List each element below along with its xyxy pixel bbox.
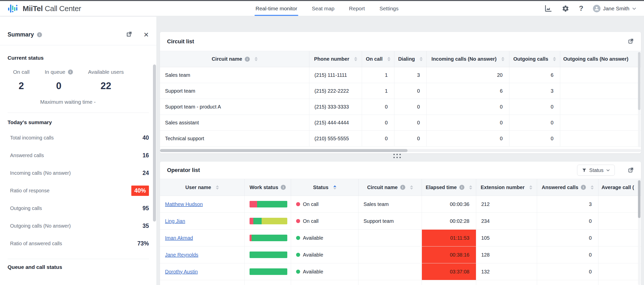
status-text: Available bbox=[303, 252, 323, 258]
summary-row-label: Outgoing calls (No answer) bbox=[10, 223, 71, 229]
outgoing-cell: 0 bbox=[509, 131, 560, 147]
extension-number-cell: 234 bbox=[476, 213, 537, 230]
summary-row-incoming-calls-no-answer: Incoming calls (No answer)24 bbox=[8, 164, 149, 182]
summary-row-outgoing-calls: Outgoing calls95 bbox=[8, 199, 149, 217]
info-icon[interactable]: i bbox=[400, 185, 405, 190]
table-row: Sales team(215) 111-111113206 bbox=[160, 67, 641, 83]
col-header-extension-number[interactable]: Extension number bbox=[476, 179, 537, 196]
user-name-cell: Dorothy Austin bbox=[160, 263, 245, 280]
answered-calls-cell: 0 bbox=[537, 213, 598, 230]
circuit-horizontal-scrollbar[interactable] bbox=[160, 149, 641, 152]
help-icon[interactable]: ? bbox=[579, 4, 583, 13]
divider bbox=[8, 259, 149, 259]
user-link[interactable]: Dorothy Austin bbox=[165, 269, 198, 275]
col-header-phone-number[interactable]: Phone number bbox=[309, 51, 362, 67]
col-header-label: Extension number bbox=[481, 185, 525, 190]
user-menu[interactable]: Jane Smith bbox=[593, 5, 636, 12]
col-header-work-status[interactable]: Work statusi bbox=[245, 179, 291, 196]
user-link[interactable]: Ling Jian bbox=[165, 218, 185, 224]
status-filter-button[interactable]: Status bbox=[577, 165, 615, 176]
extension-number-cell: 128 bbox=[476, 246, 537, 263]
work-status-bar bbox=[250, 201, 287, 207]
table-row: Technical support(210) 555-55550000 bbox=[160, 131, 641, 147]
col-header-dialing[interactable]: Dialing bbox=[394, 51, 427, 67]
col-header-status[interactable]: Status bbox=[291, 179, 358, 196]
chevron-down-icon bbox=[632, 6, 636, 11]
circuit-vertical-scrollbar[interactable] bbox=[638, 52, 640, 147]
info-icon[interactable]: i bbox=[68, 69, 73, 75]
status-dot-red bbox=[296, 219, 300, 223]
sort-icon bbox=[469, 185, 472, 190]
circuit-name-cell: Sales assistant bbox=[160, 115, 309, 131]
sidebar-scrollbar[interactable] bbox=[153, 64, 156, 222]
sort-icon bbox=[255, 57, 258, 61]
user-link[interactable]: Jane Reynolds bbox=[165, 252, 198, 258]
col-header-label: Incoming calls (No answer) bbox=[431, 56, 497, 62]
scrollbar-thumb[interactable] bbox=[638, 180, 640, 218]
metric-label: In queuei bbox=[45, 69, 73, 75]
metric-label: On call bbox=[13, 69, 29, 75]
info-icon[interactable]: i bbox=[581, 185, 586, 190]
tab-report[interactable]: Report bbox=[349, 1, 365, 16]
settings-gear-icon[interactable] bbox=[562, 5, 569, 12]
scrollbar-thumb[interactable] bbox=[638, 52, 640, 110]
max-waiting-time: Maximum waiting time - bbox=[8, 99, 128, 105]
on-call-cell: 1 bbox=[362, 83, 394, 99]
open-in-new-icon[interactable] bbox=[627, 167, 634, 174]
col-header-outgoing-calls[interactable]: Outgoing calls bbox=[509, 51, 560, 67]
current-status-heading: Current status bbox=[8, 55, 149, 61]
info-icon[interactable]: i bbox=[245, 57, 250, 62]
summary-row-value: 24 bbox=[142, 170, 149, 176]
dialing-cell: 3 bbox=[394, 67, 427, 83]
summary-row-label: Ratio of answered calls bbox=[10, 241, 62, 246]
col-header-incoming-calls-no-answer[interactable]: Incoming calls (No answer) bbox=[427, 51, 509, 67]
status-cell: On call bbox=[291, 213, 358, 230]
col-header-average-call[interactable]: Average call ( bbox=[598, 179, 641, 196]
info-icon[interactable]: i bbox=[459, 185, 464, 190]
col-header-user-name[interactable]: User name bbox=[160, 179, 245, 196]
close-icon[interactable]: ✕ bbox=[143, 31, 149, 38]
metric-in-queue: In queuei0 bbox=[45, 69, 73, 91]
today-summary-heading: Today's summary bbox=[8, 119, 149, 125]
work-status-cell bbox=[245, 246, 291, 263]
work-status-bar bbox=[250, 235, 287, 241]
col-header-outgoing-calls-no-answer[interactable]: Outgoing calls (No answer) bbox=[560, 51, 641, 67]
info-icon[interactable]: i bbox=[281, 185, 286, 190]
metric-label-text: On call bbox=[13, 69, 29, 75]
sort-icon bbox=[529, 185, 532, 190]
col-header-elapsed-time[interactable]: Elapsed timei bbox=[422, 179, 476, 196]
tab-seat-map[interactable]: Seat map bbox=[312, 1, 334, 16]
col-header-label: Circuit name bbox=[367, 185, 397, 190]
user-link[interactable]: Iman Akmad bbox=[165, 235, 193, 241]
circuit-table-header: Circuit nameiPhone numberOn callDialingI… bbox=[160, 51, 641, 67]
metric-value: 0 bbox=[45, 81, 73, 91]
user-link[interactable]: Matthew Hudson bbox=[165, 201, 203, 207]
outgoing-cell: 0 bbox=[509, 115, 560, 131]
elapsed-time-cell: 00:00:36 bbox=[422, 196, 476, 213]
status-dot-green bbox=[296, 236, 300, 240]
col-header-on-call[interactable]: On call bbox=[362, 51, 394, 67]
open-in-new-icon[interactable] bbox=[627, 38, 634, 46]
metric-available-users: Available users22 bbox=[88, 69, 124, 91]
col-header-answered-calls[interactable]: Answered callsi bbox=[537, 179, 598, 196]
elapsed-time-cell: 01:11:53 bbox=[422, 230, 476, 246]
top-icon-group: ? Jane Smith bbox=[544, 1, 636, 16]
outgoing-noanswer-cell bbox=[560, 115, 641, 131]
circuit-name-cell: Technical support bbox=[160, 131, 309, 147]
tab-real-time-monitor[interactable]: Real-time monitor bbox=[256, 1, 297, 16]
tab-settings[interactable]: Settings bbox=[379, 1, 398, 16]
brand-name: MiiTel bbox=[23, 4, 43, 13]
circuit-name-cell bbox=[358, 230, 422, 246]
circuit-name-cell: Support team bbox=[358, 213, 422, 230]
operator-vertical-scrollbar[interactable] bbox=[638, 179, 640, 285]
info-icon[interactable]: i bbox=[37, 32, 42, 37]
panel-resize-handle[interactable] bbox=[393, 154, 402, 158]
summary-row-label: Incoming calls (No answer) bbox=[10, 170, 71, 176]
col-header-circuit-name[interactable]: Circuit namei bbox=[160, 51, 309, 67]
on-call-cell: 0 bbox=[362, 99, 394, 115]
open-in-new-icon[interactable] bbox=[126, 31, 132, 39]
analytics-icon[interactable] bbox=[544, 5, 552, 13]
summary-title-text: Summary bbox=[8, 31, 34, 38]
col-header-circuit-name[interactable]: Circuit namei bbox=[358, 179, 422, 196]
scrollbar-thumb[interactable] bbox=[160, 149, 408, 152]
